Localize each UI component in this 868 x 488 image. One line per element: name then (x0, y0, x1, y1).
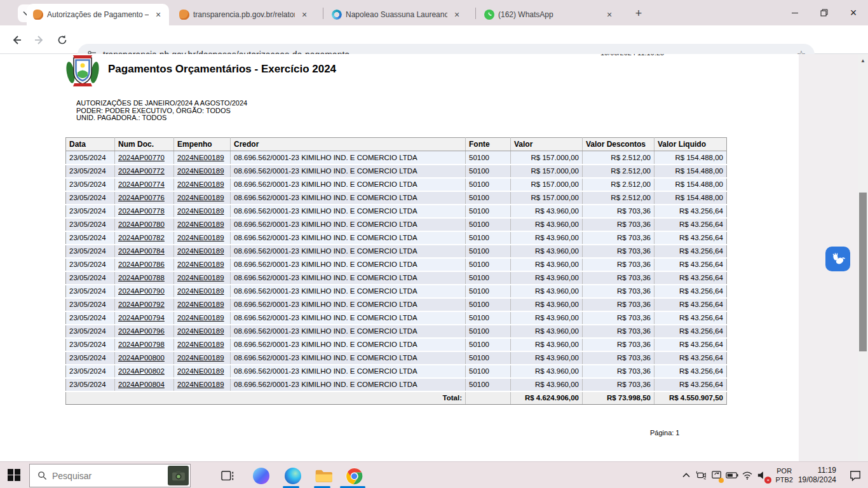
start-button[interactable] (0, 462, 28, 488)
tab-autorizacoes[interactable]: Autorizações de Pagamento — × (27, 4, 169, 25)
doc-link[interactable]: 2024NE00189 (174, 218, 231, 231)
doc-link[interactable]: 2024AP00784 (115, 245, 174, 258)
close-window-button[interactable]: × (839, 0, 868, 25)
back-button[interactable] (8, 31, 25, 49)
doc-link[interactable]: 2024NE00189 (174, 231, 231, 245)
doc-link[interactable]: 2024NE00189 (174, 365, 231, 378)
doc-link[interactable]: 2024NE00189 (174, 151, 231, 165)
tab-relatorio[interactable]: transparencia.pb.gov.br/relatori × (173, 4, 322, 25)
table-cell: 50100 (466, 285, 511, 298)
tab-close-icon[interactable]: × (451, 9, 463, 20)
restore-button[interactable] (810, 0, 839, 25)
minimize-button[interactable] (780, 0, 810, 25)
doc-link[interactable]: 2024AP00804 (115, 378, 174, 391)
table-cell: R$ 703,36 (583, 351, 654, 365)
table-cell: 23/05/2024 (66, 285, 115, 298)
tab-close-icon[interactable]: × (604, 9, 615, 20)
table-cell: 50100 (466, 351, 511, 365)
pb-transparency-favicon (179, 10, 189, 20)
doc-link[interactable]: 2024NE00189 (174, 245, 231, 258)
doc-link[interactable]: 2024AP00800 (115, 351, 174, 365)
globe-favicon (332, 10, 342, 20)
search-highlight-image[interactable] (168, 466, 189, 485)
table-cell: 08.696.562/0001-23 KIMILHO IND. E COMERC… (231, 191, 466, 205)
doc-link[interactable]: 2024NE00189 (174, 178, 231, 191)
search-icon (37, 471, 47, 480)
doc-link[interactable]: 2024AP00794 (115, 311, 174, 325)
doc-link[interactable]: 2024NE00189 (174, 378, 231, 391)
chrome-button[interactable] (343, 465, 365, 487)
doc-link[interactable]: 2024NE00189 (174, 298, 231, 311)
language-code: POR (775, 466, 793, 475)
doc-link[interactable]: 2024NE00189 (174, 325, 231, 338)
file-explorer-button[interactable] (313, 465, 334, 487)
taskbar-search[interactable] (29, 464, 191, 487)
table-cell: 23/05/2024 (66, 231, 115, 245)
doc-link[interactable]: 2024NE00189 (174, 311, 231, 325)
search-input[interactable] (52, 471, 135, 481)
reload-button[interactable] (53, 31, 71, 49)
table-cell: 50100 (466, 245, 511, 258)
forward-button[interactable] (31, 31, 48, 49)
table-row: 23/05/20242024AP007962024NE0018908.696.5… (66, 325, 727, 338)
table-cell: R$ 703,36 (583, 245, 654, 258)
tray-battery-button[interactable] (724, 462, 740, 488)
tray-volume-button[interactable]: × (755, 462, 770, 488)
doc-link[interactable]: 2024AP00788 (115, 271, 174, 285)
doc-link[interactable]: 2024AP00778 (115, 205, 174, 218)
window-controls: × (780, 0, 868, 25)
doc-link[interactable]: 2024NE00189 (174, 205, 231, 218)
tray-camera-button[interactable] (694, 462, 709, 488)
doc-link[interactable]: 2024NE00189 (174, 271, 231, 285)
doc-link[interactable]: 2024AP00774 (115, 178, 174, 191)
doc-link[interactable]: 2024AP00792 (115, 298, 174, 311)
doc-link[interactable]: 2024AP00802 (115, 365, 174, 378)
tray-sync-button[interactable] (709, 462, 724, 488)
table-cell: R$ 703,36 (583, 258, 654, 271)
language-indicator[interactable]: POR PTB2 (775, 466, 793, 484)
table-body: 23/05/20242024AP007702024NE0018908.696.5… (66, 151, 727, 391)
tray-wifi-button[interactable] (740, 462, 755, 488)
doc-link[interactable]: 2024NE00189 (174, 191, 231, 205)
doc-link[interactable]: 2024NE00189 (174, 351, 231, 365)
table-cell: R$ 43.960,00 (511, 205, 583, 218)
table-cell: R$ 703,36 (583, 338, 654, 351)
new-tab-button[interactable]: + (630, 5, 647, 22)
doc-link[interactable]: 2024AP00770 (115, 151, 174, 165)
camera-icon (172, 470, 186, 482)
doc-link[interactable]: 2024NE00189 (174, 338, 231, 351)
scrollbar-thumb[interactable] (859, 193, 867, 351)
reload-icon (57, 35, 67, 45)
doc-link[interactable]: 2024AP00772 (115, 165, 174, 178)
doc-link[interactable]: 2024NE00189 (174, 258, 231, 271)
doc-link[interactable]: 2024AP00790 (115, 285, 174, 298)
vlibras-accessibility-button[interactable] (825, 247, 850, 271)
doc-link[interactable]: 2024AP00780 (115, 218, 174, 231)
taskbar-clock[interactable]: 11:19 19/08/2024 (798, 466, 836, 485)
tab-napoleao[interactable]: Napoleao Suassuna Laureano - × (325, 4, 474, 25)
edge-button[interactable] (282, 465, 304, 487)
doc-link[interactable]: 2024AP00798 (115, 338, 174, 351)
doc-link[interactable]: 2024AP00796 (115, 325, 174, 338)
table-cell: R$ 43.960,00 (511, 245, 583, 258)
table-cell: 50100 (466, 205, 511, 218)
doc-link[interactable]: 2024NE00189 (174, 285, 231, 298)
table-cell: R$ 154.488,00 (654, 151, 727, 165)
notification-bubble-icon (849, 470, 862, 481)
tab-close-icon[interactable]: × (299, 9, 310, 20)
copilot-button[interactable] (250, 465, 272, 487)
tab-close-icon[interactable]: × (153, 9, 164, 20)
doc-link[interactable]: 2024AP00786 (115, 258, 174, 271)
doc-link[interactable]: 2024AP00782 (115, 231, 174, 245)
scroll-up-arrow[interactable]: ▲ (858, 56, 868, 65)
notification-center-button[interactable] (843, 462, 868, 488)
doc-link[interactable]: 2024AP00776 (115, 191, 174, 205)
doc-link[interactable]: 2024NE00189 (174, 165, 231, 178)
task-view-button[interactable] (217, 465, 239, 487)
total-valor: R$ 4.624.906,00 (511, 391, 583, 405)
vertical-scrollbar[interactable]: ▲ (858, 54, 868, 461)
tab-whatsapp[interactable]: (162) WhatsApp × (478, 4, 625, 25)
table-cell: R$ 703,36 (583, 298, 654, 311)
tray-expand-button[interactable] (679, 462, 694, 488)
tab-title: Autorizações de Pagamento — (47, 10, 149, 19)
